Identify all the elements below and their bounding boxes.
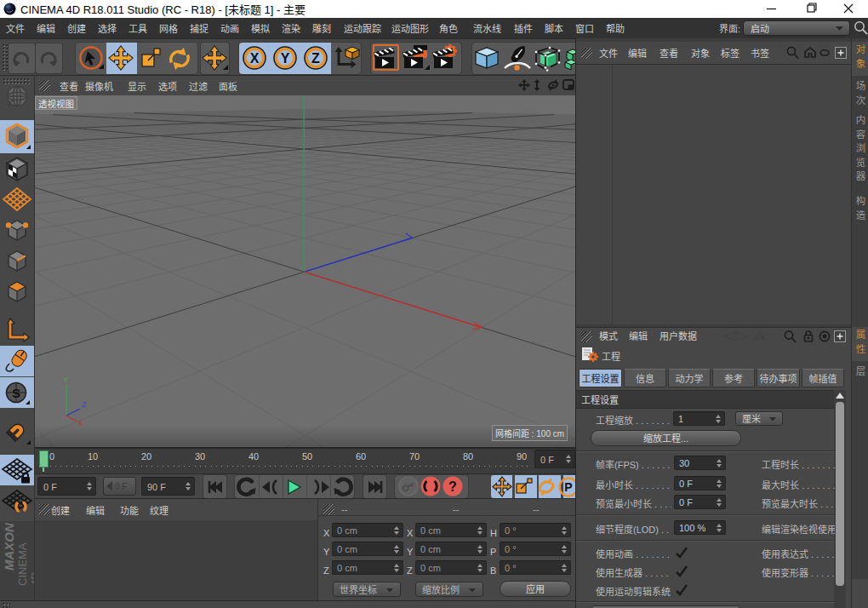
svg-text:Z: Z — [82, 399, 87, 409]
svg-text:X: X — [77, 418, 83, 427]
svg-text:?: ? — [448, 479, 457, 494]
svg-text:0 F: 0 F — [115, 482, 127, 491]
svg-text:X: X — [250, 51, 260, 66]
svg-text:P: P — [564, 480, 572, 494]
svg-text:Z: Z — [311, 51, 320, 66]
svg-text:S: S — [12, 386, 20, 400]
svg-text:Y: Y — [281, 51, 290, 66]
svg-text:Y: Y — [63, 375, 69, 384]
